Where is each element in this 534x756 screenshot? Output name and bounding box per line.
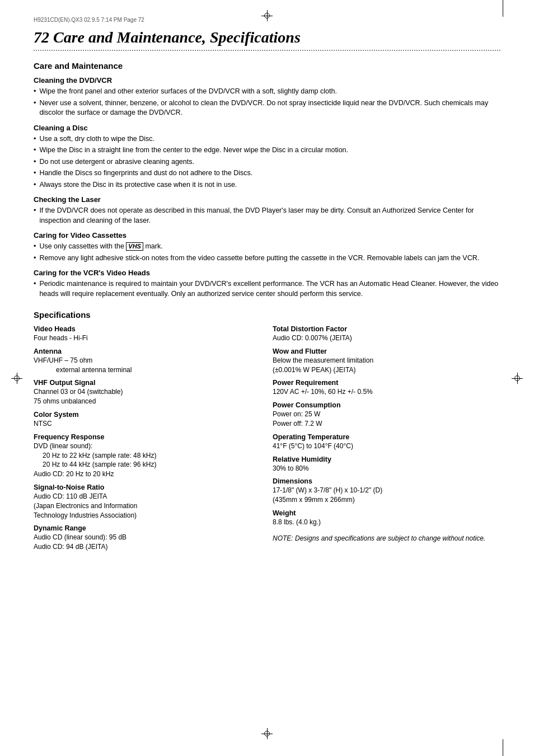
subsection-caring-cassettes: Caring for Video Cassettes • Use only ca…	[34, 231, 500, 263]
list-item: • Always store the Disc in its protectiv…	[34, 180, 500, 190]
specs-left-column: Video Heads Four heads - Hi-Fi Antenna V…	[34, 325, 261, 556]
spec-label: Frequency Response	[34, 433, 261, 441]
caring-vcr-heads-heading: Caring for the VCR's Video Heads	[34, 269, 500, 277]
spec-value: 17-1/8" (W) x 3-7/8" (H) x 10-1/2" (D)(4…	[273, 486, 382, 504]
spec-value: Audio CD: 0.007% (JEITA)	[273, 334, 352, 342]
spec-label: Signal-to-Noise Ratio	[34, 483, 261, 491]
specs-section-heading: Specifications	[34, 310, 500, 320]
list-item: • Periodic maintenance is required to ma…	[34, 279, 500, 299]
list-item: • Never use a solvent, thinner, benzene,…	[34, 98, 500, 118]
specs-note: NOTE: Designs and specifications are sub…	[273, 534, 500, 543]
bullet-marker: •	[34, 168, 36, 179]
subsection-cleaning-dvd-vcr: Cleaning the DVD/VCR • Wipe the front pa…	[34, 76, 500, 118]
spec-value: Channel 03 or 04 (switchable)75 ohms unb…	[34, 388, 123, 405]
spec-label: Power Requirement	[273, 379, 500, 387]
bullet-marker: •	[34, 242, 36, 252]
spec-label: Wow and Flutter	[273, 348, 500, 355]
caring-cassettes-heading: Caring for Video Cassettes	[34, 231, 500, 240]
bullet-marker: •	[34, 206, 36, 226]
bullet-text: Wipe the Disc in a straight line from th…	[39, 145, 500, 156]
page-title: 72 Care and Maintenance, Specifications	[34, 29, 500, 46]
spec-label: Relative Humidity	[273, 456, 500, 463]
subsection-cleaning-disc: Cleaning a Disc • Use a soft, dry cloth …	[34, 124, 500, 190]
bullet-marker: •	[34, 253, 36, 264]
registration-mark-left	[11, 373, 22, 384]
spec-label: Dynamic Range	[34, 524, 261, 532]
section-divider	[34, 50, 500, 51]
vhs-mark: VHS	[126, 242, 143, 251]
bullet-text: Always store the Disc in its protective …	[39, 180, 500, 190]
spec-dimensions: Dimensions 17-1/8" (W) x 3-7/8" (H) x 10…	[273, 477, 500, 505]
bullet-text: Use a soft, dry cloth to wipe the Disc.	[39, 134, 500, 144]
spec-value: VHF/UHF – 75 ohmexternal antenna termina…	[34, 356, 132, 374]
spec-color-system: Color System NTSC	[34, 411, 261, 429]
spec-total-distortion: Total Distortion Factor Audio CD: 0.007%…	[273, 325, 500, 343]
list-item: • Wipe the Disc in a straight line from …	[34, 145, 500, 156]
spec-value: NTSC	[34, 420, 52, 428]
cleaning-dvd-vcr-heading: Cleaning the DVD/VCR	[34, 76, 500, 84]
bullet-marker: •	[34, 279, 36, 299]
bullet-text: Never use a solvent, thinner, benzene, o…	[39, 98, 500, 118]
spec-label: Video Heads	[34, 325, 261, 333]
cleaning-disc-heading: Cleaning a Disc	[34, 124, 500, 132]
spec-signal-noise: Signal-to-Noise Ratio Audio CD: 110 dB J…	[34, 483, 261, 520]
registration-mark-bottom	[261, 728, 273, 739]
spec-value: Audio CD (linear sound): 95 dBAudio CD: …	[34, 533, 127, 551]
care-maintenance-section: Care and Maintenance Cleaning the DVD/VC…	[34, 61, 500, 299]
list-item: • Use a soft, dry cloth to wipe the Disc…	[34, 134, 500, 144]
registration-mark-top	[261, 10, 273, 21]
spec-value: 120V AC +/- 10%, 60 Hz +/- 0.5%	[273, 388, 373, 396]
spec-value: Power on: 25 WPower off: 7.2 W	[273, 410, 322, 428]
spec-value: Below the measurement limitation(±0.001%…	[273, 356, 373, 374]
spec-label: Dimensions	[273, 477, 500, 485]
bullet-text: Periodic maintenance is required to main…	[39, 279, 500, 299]
spec-value: 8.8 lbs. (4.0 kg.)	[273, 518, 321, 526]
spec-value: Four heads - Hi-Fi	[34, 334, 88, 342]
page: H9231CD(EN).QX3 02.9.5 7:14 PM Page 72 7…	[0, 0, 534, 756]
subsection-caring-vcr-heads: Caring for the VCR's Video Heads • Perio…	[34, 269, 500, 299]
subsection-checking-laser: Checking the Laser • If the DVD/VCR does…	[34, 195, 500, 226]
spec-label: Operating Temperature	[273, 433, 500, 441]
list-item: • Handle the Discs so fingerprints and d…	[34, 168, 500, 179]
spec-label: Weight	[273, 509, 500, 517]
top-right-trim-line	[503, 0, 503, 17]
bottom-right-trim-line	[503, 739, 503, 756]
list-item: • Use only cassettes with the VHS mark.	[34, 242, 500, 252]
bullet-marker: •	[34, 180, 36, 190]
list-item: • If the DVD/VCR does not operate as des…	[34, 206, 500, 226]
note-text: NOTE: Designs and specifications are sub…	[273, 534, 485, 542]
spec-value: 41°F (5°C) to 104°F (40°C)	[273, 442, 353, 450]
checking-laser-heading: Checking the Laser	[34, 195, 500, 204]
bullet-text: Do not use detergent or abrasive cleanin…	[39, 157, 500, 167]
bullet-marker: •	[34, 145, 36, 156]
spec-value: DVD (linear sound):20 Hz to 22 kHz (samp…	[34, 442, 156, 478]
care-section-heading: Care and Maintenance	[34, 61, 500, 71]
list-item: • Do not use detergent or abrasive clean…	[34, 157, 500, 167]
bullet-marker: •	[34, 157, 36, 167]
spec-label: Power Consumption	[273, 401, 500, 409]
specs-right-column: Total Distortion Factor Audio CD: 0.007%…	[273, 325, 500, 556]
spec-wow-flutter: Wow and Flutter Below the measurement li…	[273, 348, 500, 375]
list-item: • Remove any light adhesive stick-on not…	[34, 253, 500, 264]
spec-label: Antenna	[34, 348, 261, 355]
registration-mark-right	[512, 373, 523, 384]
bullet-text: Remove any light adhesive stick-on notes…	[39, 253, 500, 264]
spec-value: Audio CD: 110 dB JEITA(Japan Electronics…	[34, 492, 137, 519]
bullet-text: Use only cassettes with the VHS mark.	[39, 242, 500, 252]
spec-power-consumption: Power Consumption Power on: 25 WPower of…	[273, 401, 500, 429]
spec-dynamic-range: Dynamic Range Audio CD (linear sound): 9…	[34, 524, 261, 552]
spec-video-heads: Video Heads Four heads - Hi-Fi	[34, 325, 261, 343]
spec-label: VHF Output Signal	[34, 379, 261, 387]
specifications-section: Specifications Video Heads Four heads - …	[34, 310, 500, 556]
bullet-text: Wipe the front panel and other exterior …	[39, 87, 500, 97]
spec-frequency-response: Frequency Response DVD (linear sound):20…	[34, 433, 261, 479]
spec-relative-humidity: Relative Humidity 30% to 80%	[273, 456, 500, 473]
bullet-marker: •	[34, 134, 36, 144]
spec-weight: Weight 8.8 lbs. (4.0 kg.)	[273, 509, 500, 527]
bullet-text: Handle the Discs so fingerprints and dus…	[39, 168, 500, 179]
spec-power-requirement: Power Requirement 120V AC +/- 10%, 60 Hz…	[273, 379, 500, 397]
specs-columns: Video Heads Four heads - Hi-Fi Antenna V…	[34, 325, 500, 556]
bullet-marker: •	[34, 87, 36, 97]
header-left-text: H9231CD(EN).QX3 02.9.5 7:14 PM Page 72	[34, 17, 144, 23]
spec-label: Color System	[34, 411, 261, 419]
